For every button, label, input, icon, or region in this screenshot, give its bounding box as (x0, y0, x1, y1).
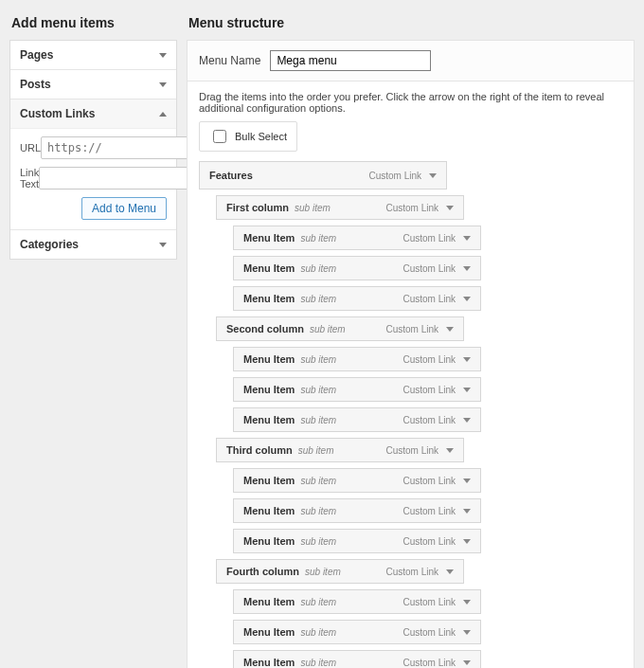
chevron-down-icon[interactable] (446, 327, 454, 332)
menu-item[interactable]: Menu Itemsub itemCustom Link (233, 498, 481, 523)
menu-item-type: Custom Link (402, 536, 456, 547)
accordion-header-posts[interactable]: Posts (10, 70, 176, 99)
menu-item-subtext: sub item (300, 627, 336, 638)
chevron-down-icon[interactable] (463, 297, 471, 301)
menu-item-subtext: sub item (300, 597, 336, 607)
instructions-text: Drag the items into the order you prefer… (188, 81, 634, 121)
menu-structure-panel: Menu structure Menu Name Drag the items … (187, 9, 635, 668)
menu-item-title: Menu Item (243, 626, 295, 638)
custom-links-body: URL Link Text Add to Menu (10, 129, 176, 229)
chevron-down-icon (159, 243, 167, 247)
accordion-label: Categories (20, 238, 79, 251)
menu-item-type: Custom Link (385, 445, 438, 456)
chevron-down-icon[interactable] (463, 418, 471, 423)
menu-item-subtext: sub item (300, 233, 336, 244)
menu-item-title: Features (209, 170, 253, 181)
link-text-input[interactable] (39, 167, 194, 190)
menu-name-input[interactable] (270, 50, 431, 71)
menu-item-subtext: sub item (310, 324, 346, 334)
menu-item-type: Custom Link (385, 567, 438, 577)
add-to-menu-button[interactable]: Add to Menu (81, 197, 167, 220)
accordion-header-categories[interactable]: Categories (10, 230, 176, 259)
chevron-up-icon (159, 112, 167, 117)
menu-item-title: Menu Item (243, 232, 295, 244)
menu-item-title: Menu Item (243, 596, 295, 607)
chevron-down-icon[interactable] (446, 448, 454, 453)
accordion-header-pages[interactable]: Pages (10, 41, 176, 69)
menu-item-title: Menu Item (243, 293, 295, 304)
menu-item-subtext: sub item (300, 506, 336, 516)
menu-item[interactable]: FeaturesCustom Link (199, 161, 447, 190)
menu-item-title: Second column (226, 323, 304, 334)
menu-item-title: First column (226, 202, 289, 213)
menu-item[interactable]: Menu Itemsub itemCustom Link (233, 286, 481, 311)
url-label: URL (20, 142, 41, 153)
menu-item-subtext: sub item (300, 294, 336, 304)
menu-item[interactable]: Second columnsub itemCustom Link (216, 316, 464, 341)
menu-item-type: Custom Link (368, 171, 421, 181)
menu-item[interactable]: Menu Itemsub itemCustom Link (233, 347, 481, 371)
chevron-down-icon[interactable] (463, 600, 471, 605)
chevron-down-icon[interactable] (463, 357, 471, 362)
accordion-label: Custom Links (20, 107, 95, 120)
menu-item[interactable]: Menu Itemsub itemCustom Link (233, 650, 481, 668)
menu-item[interactable]: Menu Itemsub itemCustom Link (233, 377, 481, 402)
chevron-down-icon (159, 53, 167, 58)
menu-item-title: Fourth column (226, 566, 299, 577)
add-menu-items-title: Add menu items (11, 15, 177, 30)
menu-item-type: Custom Link (385, 203, 438, 213)
add-menu-items-panel: Add menu items Pages Posts Custom Links (0, 0, 177, 269)
chevron-down-icon[interactable] (463, 388, 471, 392)
menu-item-type: Custom Link (402, 476, 456, 486)
menu-item[interactable]: Fourth columnsub itemCustom Link (216, 559, 464, 584)
menu-item-subtext: sub item (300, 536, 336, 547)
menu-item-title: Menu Item (243, 475, 295, 486)
menu-item-subtext: sub item (300, 263, 336, 274)
chevron-down-icon[interactable] (463, 236, 471, 241)
menu-structure-title: Menu structure (188, 15, 635, 30)
chevron-down-icon[interactable] (463, 478, 471, 483)
menu-item[interactable]: Third columnsub itemCustom Link (216, 438, 464, 462)
bulk-select-control[interactable]: Bulk Select (199, 121, 297, 152)
menu-item-subtext: sub item (298, 445, 334, 456)
menu-item[interactable]: Menu Itemsub itemCustom Link (233, 226, 481, 250)
menu-item-type: Custom Link (385, 324, 438, 334)
menu-item[interactable]: Menu Itemsub itemCustom Link (233, 407, 481, 432)
menu-item-type: Custom Link (402, 658, 456, 668)
menu-item[interactable]: First columnsub itemCustom Link (216, 195, 464, 220)
menu-item[interactable]: Menu Itemsub itemCustom Link (233, 529, 481, 553)
url-input[interactable] (41, 136, 199, 159)
add-items-accordion: Pages Posts Custom Links URL (9, 40, 177, 260)
chevron-down-icon[interactable] (446, 569, 454, 574)
menu-item-type: Custom Link (402, 233, 456, 244)
menu-item-subtext: sub item (300, 658, 336, 668)
chevron-down-icon[interactable] (463, 660, 471, 665)
menu-item[interactable]: Menu Itemsub itemCustom Link (233, 620, 481, 644)
bulk-select-checkbox[interactable] (213, 130, 226, 143)
chevron-down-icon[interactable] (429, 173, 437, 178)
menu-item-title: Menu Item (243, 414, 295, 425)
chevron-down-icon[interactable] (463, 509, 471, 514)
bulk-select-label: Bulk Select (235, 131, 287, 142)
menu-item[interactable]: Menu Itemsub itemCustom Link (233, 589, 481, 614)
chevron-down-icon[interactable] (463, 539, 471, 544)
menu-item-title: Menu Item (243, 657, 295, 668)
menu-item-type: Custom Link (402, 294, 456, 304)
menu-item-subtext: sub item (295, 203, 331, 213)
accordion-header-custom-links[interactable]: Custom Links (10, 99, 176, 129)
chevron-down-icon[interactable] (463, 266, 471, 271)
accordion-label: Pages (20, 48, 53, 62)
accordion-label: Posts (20, 78, 51, 91)
chevron-down-icon[interactable] (463, 630, 471, 635)
chevron-down-icon[interactable] (446, 206, 454, 210)
menu-item-title: Menu Item (243, 262, 295, 274)
menu-item[interactable]: Menu Itemsub itemCustom Link (233, 256, 481, 280)
menu-item-type: Custom Link (402, 506, 456, 516)
menu-item-type: Custom Link (402, 385, 456, 395)
menu-item-title: Menu Item (243, 353, 295, 365)
menu-item[interactable]: Menu Itemsub itemCustom Link (233, 468, 481, 493)
menu-item-subtext: sub item (305, 567, 341, 577)
menu-item-type: Custom Link (402, 415, 456, 425)
menu-item-type: Custom Link (402, 263, 456, 274)
menu-item-subtext: sub item (300, 385, 336, 395)
